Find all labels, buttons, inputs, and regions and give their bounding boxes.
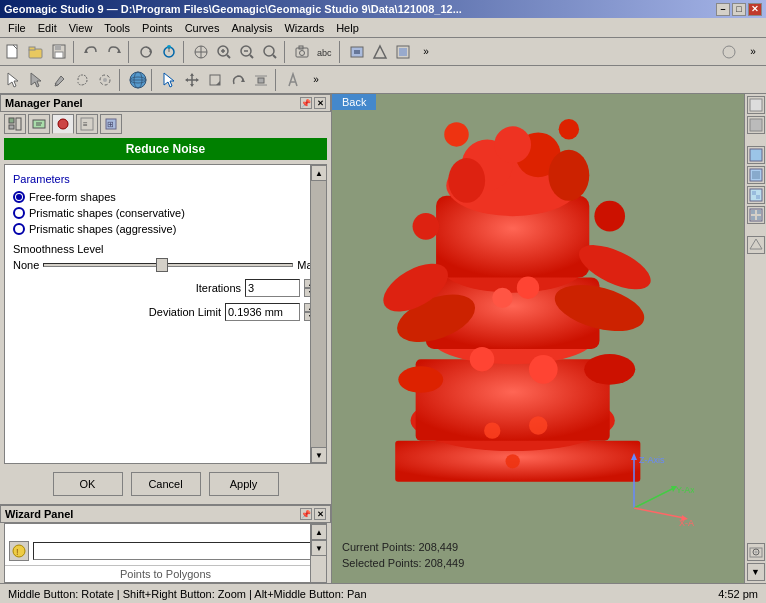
radio-conservative-circle[interactable]: [13, 207, 25, 219]
rt-btn1[interactable]: [747, 96, 765, 114]
tb-spin[interactable]: [158, 41, 180, 63]
tb-save[interactable]: [48, 41, 70, 63]
menu-analysis[interactable]: Analysis: [225, 20, 278, 36]
tb2-scale[interactable]: [204, 69, 226, 91]
rt-btn6[interactable]: [747, 206, 765, 224]
tb2-select[interactable]: [2, 69, 24, 91]
radio-prismatic-conservative[interactable]: Prismatic shapes (conservative): [13, 207, 318, 219]
viewport[interactable]: Back: [332, 94, 744, 583]
slider-thumb[interactable]: [156, 258, 168, 272]
tb-open[interactable]: [25, 41, 47, 63]
sep8: [275, 69, 279, 91]
menu-tools[interactable]: Tools: [98, 20, 136, 36]
scroll-down-btn[interactable]: ▼: [311, 447, 327, 463]
title-bar: Geomagic Studio 9 — D:\Program Files\Geo…: [0, 0, 766, 18]
deviation-row: Deviation Limit ▲ ▼: [13, 303, 318, 321]
wizard-scroll-down[interactable]: ▼: [311, 540, 327, 556]
tb-zoom-in[interactable]: [213, 41, 235, 63]
rt-down-btn[interactable]: ▼: [747, 563, 765, 581]
viewport-tab[interactable]: Back: [332, 94, 376, 110]
manager-pin-button[interactable]: 📌: [300, 97, 312, 109]
panel-content: Parameters Free-form shapes Prismatic sh…: [4, 164, 327, 464]
menu-help[interactable]: Help: [330, 20, 365, 36]
tb2-lasso[interactable]: [71, 69, 93, 91]
tb2-align[interactable]: [250, 69, 272, 91]
panel-tab-3[interactable]: [52, 114, 74, 134]
tb2-brush[interactable]: [48, 69, 70, 91]
cancel-button[interactable]: Cancel: [131, 472, 201, 496]
tb2-globe[interactable]: [126, 69, 148, 91]
tb2-select2[interactable]: [158, 69, 180, 91]
ok-button[interactable]: OK: [53, 472, 123, 496]
tb-extra2[interactable]: [369, 41, 391, 63]
menu-file[interactable]: File: [2, 20, 32, 36]
wizard-btn-area: !: [5, 537, 326, 565]
svg-rect-60: [16, 118, 21, 130]
minimize-button[interactable]: –: [716, 3, 730, 16]
tb-camera[interactable]: [291, 41, 313, 63]
rt-btn4[interactable]: [747, 166, 765, 184]
panel-tab-4[interactable]: ≡: [76, 114, 98, 134]
rt-btn2[interactable]: [747, 116, 765, 134]
tb2-extra[interactable]: [282, 69, 304, 91]
tb-overflow[interactable]: »: [415, 41, 437, 63]
menu-edit[interactable]: Edit: [32, 20, 63, 36]
tb2-paint[interactable]: [94, 69, 116, 91]
scroll-track[interactable]: [311, 181, 326, 447]
scroll-up-btn[interactable]: ▲: [311, 165, 327, 181]
sep5: [339, 41, 343, 63]
tb-rotate[interactable]: [135, 41, 157, 63]
tb-new[interactable]: [2, 41, 24, 63]
smoothness-slider[interactable]: [43, 263, 293, 267]
maximize-button[interactable]: □: [732, 3, 746, 16]
svg-point-93: [559, 119, 579, 139]
wizard-pin-button[interactable]: 📌: [300, 508, 312, 520]
tb-sphere[interactable]: [718, 41, 740, 63]
apply-button[interactable]: Apply: [209, 472, 279, 496]
wizard-text-input[interactable]: [33, 542, 322, 560]
svg-rect-58: [9, 118, 14, 123]
tb-cursor[interactable]: [190, 41, 212, 63]
tb-extra3[interactable]: [392, 41, 414, 63]
radio-freeform-circle[interactable]: [13, 191, 25, 203]
iterations-input[interactable]: [245, 279, 300, 297]
tb2-overflow[interactable]: »: [305, 69, 327, 91]
wizard-panel-header: Wizard Panel 📌 ✕: [0, 505, 331, 523]
tb2-move[interactable]: [181, 69, 203, 91]
menu-wizards[interactable]: Wizards: [278, 20, 330, 36]
tb-redo[interactable]: [103, 41, 125, 63]
radio-prismatic-aggressive[interactable]: Prismatic shapes (aggressive): [13, 223, 318, 235]
tb2-rotate2[interactable]: [227, 69, 249, 91]
wizard-step-icon[interactable]: !: [9, 541, 29, 561]
tb-extra1[interactable]: [346, 41, 368, 63]
menu-curves[interactable]: Curves: [179, 20, 226, 36]
tb-zoom-out[interactable]: [236, 41, 258, 63]
svg-line-104: [634, 488, 674, 508]
svg-line-25: [273, 55, 276, 58]
close-button[interactable]: ✕: [748, 3, 762, 16]
tb-overflow2[interactable]: »: [742, 41, 764, 63]
panel-tab-tree[interactable]: [4, 114, 26, 134]
manager-close-button[interactable]: ✕: [314, 97, 326, 109]
deviation-input[interactable]: [225, 303, 300, 321]
panel-tab-2[interactable]: [28, 114, 50, 134]
svg-rect-114: [752, 171, 760, 179]
rt-camera-btn[interactable]: [747, 543, 765, 561]
menu-view[interactable]: View: [63, 20, 99, 36]
svg-marker-52: [216, 81, 220, 85]
tb-zoom-fit[interactable]: [259, 41, 281, 63]
radio-aggressive-circle[interactable]: [13, 223, 25, 235]
rt-btn7[interactable]: [747, 236, 765, 254]
radio-freeform[interactable]: Free-form shapes: [13, 191, 318, 203]
svg-rect-110: [750, 99, 762, 111]
tb-undo[interactable]: [80, 41, 102, 63]
rt-btn5[interactable]: [747, 186, 765, 204]
tb2-arrow[interactable]: [25, 69, 47, 91]
menu-points[interactable]: Points: [136, 20, 179, 36]
tb-abc[interactable]: abc: [314, 41, 336, 63]
rt-btn3[interactable]: [747, 146, 765, 164]
wizard-scroll-up[interactable]: ▲: [311, 524, 327, 540]
panel-tab-5[interactable]: ⊞: [100, 114, 122, 134]
wizard-step-label: Points to Polygons: [5, 565, 326, 582]
wizard-close-button[interactable]: ✕: [314, 508, 326, 520]
